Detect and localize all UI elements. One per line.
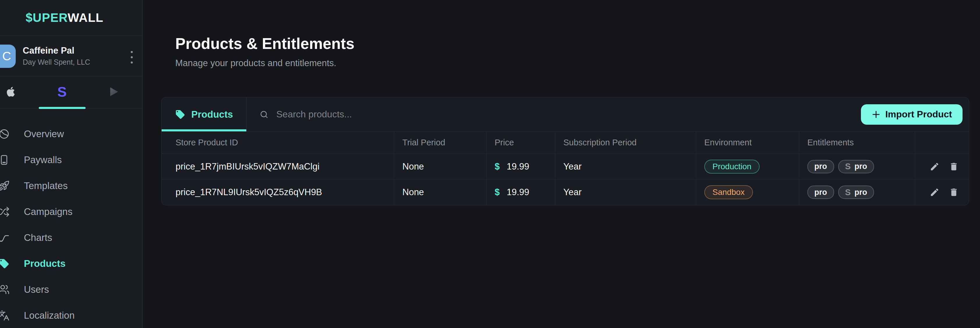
row-actions [915,180,969,205]
users-icon [0,284,10,295]
environment-cell: Production [696,154,799,180]
delete-button[interactable] [949,162,959,172]
price-value: 19.99 [507,187,529,197]
stripe-glyph: S [845,188,851,197]
edit-button[interactable] [930,187,940,197]
stripe-glyph: S [845,162,851,171]
row-actions [915,154,969,180]
environment-badge: Production [704,160,760,174]
column-header: Price [487,132,555,154]
search-input[interactable] [276,109,626,120]
entitlement-label: pro [854,162,867,171]
column-header: Store Product ID [162,132,394,154]
sidebar-item-label: Users [24,284,49,295]
sidebar-item-products[interactable]: Products [0,250,142,276]
pencil-icon [930,162,940,172]
logo-accent-text: $UPER [25,11,68,24]
sidebar-item-label: Overview [24,129,64,140]
import-product-button[interactable]: Import Product [861,104,963,125]
entitlement-pill: Spro [838,186,874,199]
column-header: Environment [696,132,799,154]
active-tab-underline [162,129,246,131]
trash-icon [949,187,959,197]
search-box [247,109,861,120]
org-name: Caffeine Pal [23,45,90,57]
entitlement-pill: Spro [838,160,874,173]
entitlement-pill: pro [807,160,834,173]
column-header: Entitlements [799,132,915,154]
sidebar-item-label: Campaigns [24,206,73,217]
org-company: Day Well Spent, LLC [23,58,90,67]
plus-icon [872,110,881,119]
sidebar-item-label: Paywalls [24,154,62,166]
campaigns-icon [0,206,10,217]
sidebar-item-users[interactable]: Users [0,276,142,303]
sidebar-item-templates[interactable]: Templates [0,173,142,199]
apple-icon [5,86,17,97]
price-value: 19.99 [507,161,529,172]
table-row: price_1R7jmBIUrsk5vIQZW7MaClgi None $ 19… [162,154,969,180]
panel-toolbar: Products Import Product [162,97,969,132]
sidebar: $UPERWALL C Caffeine Pal Day Well Spent,… [0,0,143,328]
import-product-label: Import Product [885,109,952,120]
column-header: Subscription Period [555,132,696,154]
sidebar-item-label: Products [24,258,65,269]
column-header-actions [915,132,969,154]
org-menu-kebab-icon[interactable] [130,50,134,65]
store-product-id-cell: price_1R7NL9IUrsk5vIQZ5z6qVH9B [162,180,394,205]
subscription-period-cell: Year [555,154,696,180]
org-switcher[interactable]: C Caffeine Pal Day Well Spent, LLC [0,36,142,76]
sidebar-item-label: Templates [24,180,68,191]
entitlement-label: pro [854,188,867,197]
page-title: Products & Entitlements [175,34,980,53]
subscription-period-cell: Year [555,180,696,205]
tab-products[interactable]: Products [162,97,246,131]
org-info: Caffeine Pal Day Well Spent, LLC [23,45,90,67]
sidebar-nav: Overview Paywalls Templates [0,109,142,328]
brand-logo: $UPERWALL [0,0,142,36]
paywalls-icon [0,154,10,166]
active-platform-underline [39,107,86,109]
trial-period-cell: None [394,180,487,205]
store-product-id-cell: price_1R7jmBIUrsk5vIQZW7MaClgi [162,154,394,180]
price-cell: $ 19.99 [487,154,555,180]
sidebar-item-campaigns[interactable]: Campaigns [0,199,142,225]
tag-icon [175,109,185,120]
stripe-icon: S [57,84,67,100]
main-content: Products & Entitlements Manage your prod… [143,0,980,328]
sidebar-item-paywalls[interactable]: Paywalls [0,147,142,173]
column-header: Trial Period [394,132,487,154]
page-subtitle: Manage your products and entitlements. [175,57,980,69]
sidebar-item-charts[interactable]: Charts [0,225,142,250]
currency-symbol: $ [495,187,500,197]
edit-button[interactable] [930,162,940,172]
pencil-icon [930,187,940,197]
charts-icon [0,232,10,243]
currency-symbol: $ [495,161,500,172]
sidebar-item-overview[interactable]: Overview [0,121,142,147]
trial-period-cell: None [394,154,487,180]
search-icon [259,110,269,119]
products-icon [0,258,10,269]
environment-badge: Sandbox [704,185,753,199]
entitlement-label: pro [815,188,827,197]
sidebar-item-label: Charts [24,232,52,243]
entitlements-cell: pro Spro [799,180,915,205]
logo-rest-text: WALL [68,11,103,24]
overview-icon [0,129,10,140]
environment-cell: Sandbox [696,180,799,205]
products-panel: Products Import Product [161,97,969,205]
platform-tab-stripe[interactable]: S [45,76,80,107]
delete-button[interactable] [949,187,959,197]
sidebar-item-localization[interactable]: Localization [0,303,142,328]
google-play-icon [109,86,119,97]
org-avatar: C [0,45,16,68]
platform-tabs: S [0,76,142,109]
platform-tab-google-play[interactable] [97,76,132,107]
templates-icon [0,180,10,191]
table-row: price_1R7NL9IUrsk5vIQZ5z6qVH9B None $ 19… [162,180,969,205]
entitlement-label: pro [815,162,827,171]
platform-tab-apple[interactable] [0,76,28,107]
trash-icon [949,162,959,172]
localization-icon [0,310,10,321]
